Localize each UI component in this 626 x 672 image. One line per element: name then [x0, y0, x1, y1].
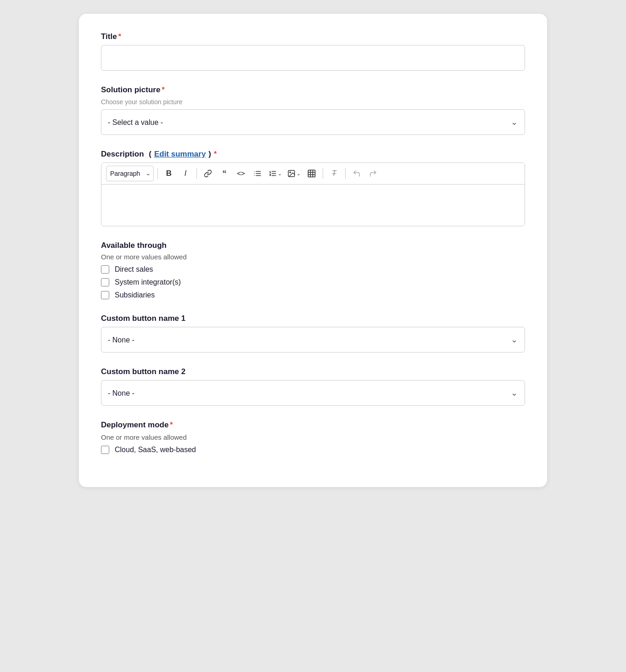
code-button[interactable]: <> [234, 166, 248, 181]
custom-button-2-field-group: Custom button name 2 - None - ⌄ [101, 367, 525, 406]
undo-icon [352, 169, 361, 178]
title-field-group: Title* [101, 32, 525, 71]
svg-point-10 [290, 172, 291, 173]
custom-button-2-label: Custom button name 2 [101, 367, 525, 376]
ordered-list-icon [268, 169, 277, 178]
system-integrators-checkbox[interactable] [101, 278, 109, 286]
form-card: Title* Solution picture* Choose your sol… [79, 14, 547, 487]
custom-button-2-label-text: Custom button name 2 [101, 367, 185, 376]
toolbar-divider-1 [157, 168, 158, 179]
custom-button-1-field-group: Custom button name 1 - None - ⌄ [101, 314, 525, 353]
custom-button-1-select-wrapper: - None - ⌄ [101, 327, 525, 353]
title-input[interactable] [101, 45, 525, 71]
unordered-list-button[interactable] [250, 166, 265, 181]
rich-toolbar: Paragraph B I [101, 163, 525, 185]
redo-button[interactable] [366, 166, 380, 181]
custom-button-1-label: Custom button name 1 [101, 314, 525, 323]
blockquote-button[interactable]: “ [217, 166, 232, 181]
available-through-field-group: Available through One or more values all… [101, 241, 525, 299]
description-field-group: Description ( Edit summary )* Paragraph … [101, 150, 525, 226]
solution-picture-hint: Choose your solution picture [101, 98, 525, 106]
direct-sales-label: Direct sales [115, 265, 153, 274]
italic-icon: I [184, 169, 187, 178]
blockquote-icon: “ [223, 169, 227, 179]
description-label-text: Description [101, 150, 144, 159]
deployment-mode-required-star: * [170, 421, 173, 429]
deployment-mode-label-text: Deployment mode [101, 420, 168, 430]
image-chevron: ⌄ [296, 171, 301, 177]
toolbar-divider-2 [196, 168, 197, 179]
cloud-saas-checkbox[interactable] [101, 446, 109, 454]
subsidiaries-checkbox[interactable] [101, 291, 109, 299]
clear-format-icon: T [332, 169, 336, 178]
bold-button[interactable]: B [162, 166, 176, 181]
solution-picture-label: Solution picture* [101, 85, 525, 95]
checkbox-cloud-saas[interactable]: Cloud, SaaS, web-based [101, 446, 525, 454]
deployment-mode-field-group: Deployment mode* One or more values allo… [101, 420, 525, 454]
custom-button-1-select[interactable]: - None - [101, 327, 525, 353]
cloud-saas-label: Cloud, SaaS, web-based [115, 446, 196, 454]
clear-format-button[interactable]: T [327, 166, 341, 181]
redo-icon [369, 169, 377, 178]
solution-picture-required-star: * [162, 86, 164, 94]
toolbar-divider-3 [323, 168, 323, 179]
undo-button[interactable] [349, 166, 364, 181]
deployment-mode-hint: One or more values allowed [101, 433, 525, 441]
paragraph-select[interactable]: Paragraph [106, 166, 154, 181]
system-integrators-label: System integrator(s) [115, 278, 181, 286]
checkbox-direct-sales[interactable]: Direct sales [101, 265, 525, 274]
paragraph-select-wrap: Paragraph [106, 166, 154, 181]
checkbox-subsidiaries[interactable]: Subsidiaries [101, 291, 525, 299]
title-required-star: * [118, 33, 121, 41]
available-through-hint: One or more values allowed [101, 253, 525, 261]
description-label: Description ( Edit summary )* [101, 150, 525, 159]
image-button[interactable]: ⌄ [285, 166, 302, 181]
title-label: Title* [101, 32, 525, 41]
ordered-list-button[interactable]: ⌄ [267, 166, 284, 181]
checkbox-system-integrators[interactable]: System integrator(s) [101, 278, 525, 286]
subsidiaries-label: Subsidiaries [115, 291, 155, 299]
editor-content[interactable] [101, 185, 525, 226]
description-paren-open: ( [147, 150, 151, 159]
solution-picture-label-text: Solution picture [101, 85, 160, 95]
link-button[interactable] [201, 166, 215, 181]
code-icon: <> [237, 169, 245, 178]
description-required-star: * [214, 150, 217, 158]
link-icon [204, 169, 212, 178]
italic-button[interactable]: I [178, 166, 193, 181]
custom-button-1-label-text: Custom button name 1 [101, 314, 185, 323]
svg-rect-11 [308, 170, 315, 177]
table-button[interactable] [304, 166, 319, 181]
ordered-list-chevron: ⌄ [278, 171, 282, 177]
bold-icon: B [166, 169, 172, 178]
edit-summary-link[interactable]: Edit summary [154, 150, 206, 159]
custom-button-2-select-wrapper: - None - ⌄ [101, 380, 525, 406]
title-label-text: Title [101, 32, 117, 41]
rich-editor: Paragraph B I [101, 162, 525, 226]
description-paren-close: ) [208, 150, 211, 159]
toolbar-divider-4 [345, 168, 346, 179]
custom-button-2-select[interactable]: - None - [101, 380, 525, 406]
available-through-label: Available through [101, 241, 525, 250]
image-icon [287, 169, 296, 178]
solution-picture-select[interactable]: - Select a value - [101, 109, 525, 135]
solution-picture-field-group: Solution picture* Choose your solution p… [101, 85, 525, 135]
table-icon [307, 169, 316, 178]
unordered-list-icon [253, 169, 262, 178]
direct-sales-checkbox[interactable] [101, 265, 109, 274]
solution-picture-select-wrapper: - Select a value - ⌄ [101, 109, 525, 135]
deployment-mode-label: Deployment mode* [101, 420, 525, 430]
